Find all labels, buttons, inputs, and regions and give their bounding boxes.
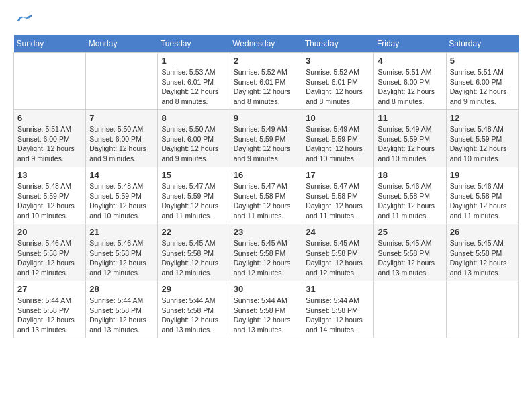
- day-info: Sunrise: 5:45 AM Sunset: 5:58 PM Dayligh…: [306, 238, 370, 278]
- day-number: 14: [89, 170, 154, 180]
- calendar-cell: 10Sunrise: 5:49 AM Sunset: 5:59 PM Dayli…: [302, 110, 374, 167]
- day-number: 8: [161, 113, 226, 123]
- calendar-week-3: 13Sunrise: 5:48 AM Sunset: 5:59 PM Dayli…: [14, 167, 519, 224]
- calendar-cell: 12Sunrise: 5:48 AM Sunset: 5:59 PM Dayli…: [446, 110, 518, 167]
- day-number: 1: [161, 56, 226, 66]
- calendar-cell: 18Sunrise: 5:46 AM Sunset: 5:58 PM Dayli…: [374, 167, 446, 224]
- weekday-header-row: SundayMondayTuesdayWednesdayThursdayFrid…: [14, 35, 519, 53]
- weekday-header-sunday: Sunday: [14, 35, 86, 53]
- calendar-cell: 27Sunrise: 5:44 AM Sunset: 5:58 PM Dayli…: [14, 281, 86, 338]
- day-info: Sunrise: 5:49 AM Sunset: 5:59 PM Dayligh…: [234, 124, 298, 164]
- day-info: Sunrise: 5:44 AM Sunset: 5:58 PM Dayligh…: [17, 295, 82, 335]
- day-number: 6: [17, 113, 82, 123]
- day-number: 30: [234, 284, 298, 294]
- day-info: Sunrise: 5:46 AM Sunset: 5:58 PM Dayligh…: [450, 181, 515, 221]
- day-info: Sunrise: 5:48 AM Sunset: 5:59 PM Dayligh…: [17, 181, 82, 221]
- day-info: Sunrise: 5:45 AM Sunset: 5:58 PM Dayligh…: [161, 238, 226, 278]
- day-number: 4: [378, 56, 442, 66]
- calendar-table: SundayMondayTuesdayWednesdayThursdayFrid…: [13, 35, 519, 338]
- calendar-cell: 9Sunrise: 5:49 AM Sunset: 5:59 PM Daylig…: [230, 110, 302, 167]
- calendar-cell: 2Sunrise: 5:52 AM Sunset: 6:01 PM Daylig…: [230, 53, 302, 110]
- day-info: Sunrise: 5:51 AM Sunset: 6:00 PM Dayligh…: [450, 67, 515, 107]
- day-info: Sunrise: 5:47 AM Sunset: 5:59 PM Dayligh…: [161, 181, 226, 221]
- day-number: 31: [306, 284, 370, 294]
- day-info: Sunrise: 5:49 AM Sunset: 5:59 PM Dayligh…: [378, 124, 442, 164]
- calendar-cell: 16Sunrise: 5:47 AM Sunset: 5:58 PM Dayli…: [230, 167, 302, 224]
- weekday-header-monday: Monday: [86, 35, 158, 53]
- day-number: 7: [89, 113, 154, 123]
- day-info: Sunrise: 5:46 AM Sunset: 5:58 PM Dayligh…: [89, 238, 154, 278]
- calendar-cell: 29Sunrise: 5:44 AM Sunset: 5:58 PM Dayli…: [158, 281, 230, 338]
- day-info: Sunrise: 5:52 AM Sunset: 6:01 PM Dayligh…: [234, 67, 298, 107]
- day-info: Sunrise: 5:52 AM Sunset: 6:01 PM Dayligh…: [306, 67, 370, 107]
- day-info: Sunrise: 5:47 AM Sunset: 5:58 PM Dayligh…: [306, 181, 370, 221]
- day-number: 16: [234, 170, 298, 180]
- calendar-cell: 8Sunrise: 5:50 AM Sunset: 6:00 PM Daylig…: [158, 110, 230, 167]
- calendar-cell: 13Sunrise: 5:48 AM Sunset: 5:59 PM Dayli…: [14, 167, 86, 224]
- calendar-cell: 28Sunrise: 5:44 AM Sunset: 5:58 PM Dayli…: [86, 281, 158, 338]
- calendar-body: 1Sunrise: 5:53 AM Sunset: 6:01 PM Daylig…: [14, 53, 519, 338]
- calendar-cell: 4Sunrise: 5:51 AM Sunset: 6:00 PM Daylig…: [374, 53, 446, 110]
- day-number: 20: [17, 227, 82, 237]
- day-info: Sunrise: 5:44 AM Sunset: 5:58 PM Dayligh…: [306, 295, 370, 335]
- calendar-cell: 30Sunrise: 5:44 AM Sunset: 5:58 PM Dayli…: [230, 281, 302, 338]
- page-header: [13, 13, 519, 28]
- day-number: 21: [89, 227, 154, 237]
- day-number: 15: [161, 170, 226, 180]
- day-number: 2: [234, 56, 298, 66]
- day-info: Sunrise: 5:53 AM Sunset: 6:01 PM Dayligh…: [161, 67, 226, 107]
- day-number: 24: [306, 227, 370, 237]
- day-info: Sunrise: 5:47 AM Sunset: 5:58 PM Dayligh…: [234, 181, 298, 221]
- day-info: Sunrise: 5:49 AM Sunset: 5:59 PM Dayligh…: [306, 124, 370, 164]
- day-number: 11: [378, 113, 442, 123]
- calendar-cell: 21Sunrise: 5:46 AM Sunset: 5:58 PM Dayli…: [86, 224, 158, 281]
- calendar-cell: 3Sunrise: 5:52 AM Sunset: 6:01 PM Daylig…: [302, 53, 374, 110]
- day-number: 23: [234, 227, 298, 237]
- calendar-week-1: 1Sunrise: 5:53 AM Sunset: 6:01 PM Daylig…: [14, 53, 519, 110]
- day-number: 28: [89, 284, 154, 294]
- calendar-cell: [14, 53, 86, 110]
- day-info: Sunrise: 5:51 AM Sunset: 6:00 PM Dayligh…: [378, 67, 442, 107]
- day-number: 19: [450, 170, 515, 180]
- day-info: Sunrise: 5:45 AM Sunset: 5:58 PM Dayligh…: [450, 238, 515, 278]
- day-info: Sunrise: 5:46 AM Sunset: 5:58 PM Dayligh…: [17, 238, 82, 278]
- weekday-header-tuesday: Tuesday: [158, 35, 230, 53]
- calendar-cell: 17Sunrise: 5:47 AM Sunset: 5:58 PM Dayli…: [302, 167, 374, 224]
- day-number: 22: [161, 227, 226, 237]
- calendar-week-4: 20Sunrise: 5:46 AM Sunset: 5:58 PM Dayli…: [14, 224, 519, 281]
- day-info: Sunrise: 5:45 AM Sunset: 5:58 PM Dayligh…: [234, 238, 298, 278]
- calendar-cell: 22Sunrise: 5:45 AM Sunset: 5:58 PM Dayli…: [158, 224, 230, 281]
- weekday-header-thursday: Thursday: [302, 35, 374, 53]
- day-number: 27: [17, 284, 82, 294]
- day-info: Sunrise: 5:48 AM Sunset: 5:59 PM Dayligh…: [89, 181, 154, 221]
- calendar-cell: 1Sunrise: 5:53 AM Sunset: 6:01 PM Daylig…: [158, 53, 230, 110]
- svg-rect-0: [13, 13, 32, 28]
- day-info: Sunrise: 5:46 AM Sunset: 5:58 PM Dayligh…: [378, 181, 442, 221]
- day-info: Sunrise: 5:50 AM Sunset: 6:00 PM Dayligh…: [89, 124, 154, 164]
- day-info: Sunrise: 5:45 AM Sunset: 5:58 PM Dayligh…: [378, 238, 442, 278]
- calendar-cell: 20Sunrise: 5:46 AM Sunset: 5:58 PM Dayli…: [14, 224, 86, 281]
- logo-icon: [13, 13, 32, 28]
- weekday-header-saturday: Saturday: [446, 35, 518, 53]
- weekday-header-wednesday: Wednesday: [230, 35, 302, 53]
- day-info: Sunrise: 5:44 AM Sunset: 5:58 PM Dayligh…: [161, 295, 226, 335]
- calendar-cell: 19Sunrise: 5:46 AM Sunset: 5:58 PM Dayli…: [446, 167, 518, 224]
- calendar-week-2: 6Sunrise: 5:51 AM Sunset: 6:00 PM Daylig…: [14, 110, 519, 167]
- day-number: 25: [378, 227, 442, 237]
- day-number: 5: [450, 56, 515, 66]
- calendar-cell: 6Sunrise: 5:51 AM Sunset: 6:00 PM Daylig…: [14, 110, 86, 167]
- calendar-cell: 26Sunrise: 5:45 AM Sunset: 5:58 PM Dayli…: [446, 224, 518, 281]
- calendar-cell: 14Sunrise: 5:48 AM Sunset: 5:59 PM Dayli…: [86, 167, 158, 224]
- day-info: Sunrise: 5:50 AM Sunset: 6:00 PM Dayligh…: [161, 124, 226, 164]
- day-number: 18: [378, 170, 442, 180]
- calendar-cell: [446, 281, 518, 338]
- day-info: Sunrise: 5:44 AM Sunset: 5:58 PM Dayligh…: [234, 295, 298, 335]
- calendar-cell: [86, 53, 158, 110]
- day-info: Sunrise: 5:44 AM Sunset: 5:58 PM Dayligh…: [89, 295, 154, 335]
- calendar-cell: 23Sunrise: 5:45 AM Sunset: 5:58 PM Dayli…: [230, 224, 302, 281]
- weekday-header-friday: Friday: [374, 35, 446, 53]
- calendar-cell: 11Sunrise: 5:49 AM Sunset: 5:59 PM Dayli…: [374, 110, 446, 167]
- logo: [13, 13, 35, 28]
- calendar-cell: 24Sunrise: 5:45 AM Sunset: 5:58 PM Dayli…: [302, 224, 374, 281]
- calendar-cell: 25Sunrise: 5:45 AM Sunset: 5:58 PM Dayli…: [374, 224, 446, 281]
